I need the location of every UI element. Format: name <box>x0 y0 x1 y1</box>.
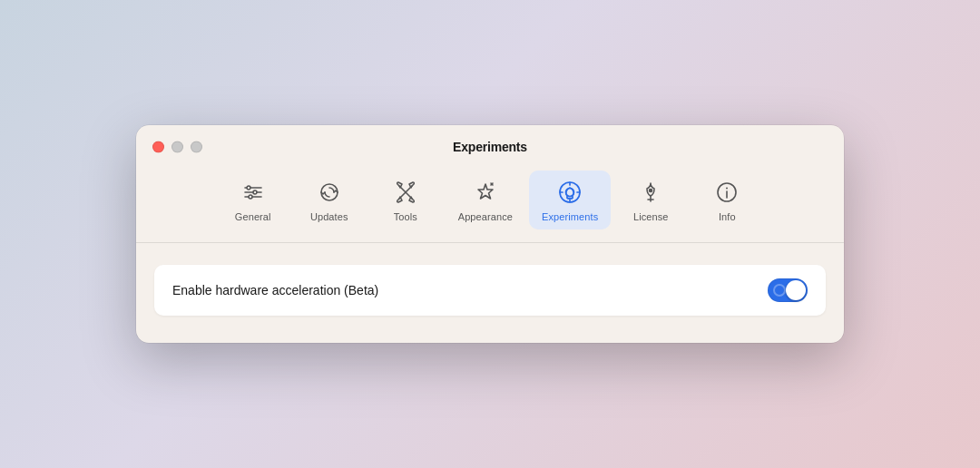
updates-icon <box>315 178 344 207</box>
toolbar: General Updates <box>136 163 844 243</box>
tools-icon <box>391 178 420 207</box>
tab-license-label: License <box>633 211 669 222</box>
general-icon <box>239 178 268 207</box>
app-window: Experiments General <box>136 125 844 343</box>
experiments-icon <box>555 178 584 207</box>
tab-experiments[interactable]: Experiments <box>529 171 611 229</box>
toggle-knob <box>786 280 806 300</box>
tab-license[interactable]: License <box>614 171 687 229</box>
tab-general[interactable]: General <box>217 171 289 229</box>
minimize-button[interactable] <box>172 141 183 153</box>
content-area: Enable hardware acceleration (Beta) <box>136 243 844 343</box>
tab-info[interactable]: Info <box>691 171 763 229</box>
traffic-lights <box>152 141 202 153</box>
tab-appearance[interactable]: Appearance <box>446 171 525 229</box>
titlebar: Experiments <box>136 125 844 163</box>
maximize-button[interactable] <box>191 141 202 153</box>
hardware-acceleration-toggle[interactable] <box>768 278 808 302</box>
tab-info-label: Info <box>719 211 736 222</box>
tab-experiments-label: Experiments <box>542 211 598 222</box>
hardware-acceleration-label: Enable hardware acceleration (Beta) <box>172 283 378 297</box>
hardware-acceleration-row: Enable hardware acceleration (Beta) <box>154 265 826 316</box>
svg-point-5 <box>249 195 252 199</box>
info-icon <box>712 178 741 207</box>
appearance-icon <box>471 178 500 207</box>
tab-general-label: General <box>235 211 271 222</box>
svg-point-6 <box>321 184 338 200</box>
svg-point-4 <box>253 190 257 194</box>
tab-tools-label: Tools <box>394 211 417 222</box>
tab-appearance-label: Appearance <box>458 211 513 222</box>
svg-point-23 <box>726 188 728 190</box>
license-icon <box>636 178 665 207</box>
tab-updates[interactable]: Updates <box>293 171 366 229</box>
tab-updates-label: Updates <box>310 211 348 222</box>
svg-point-3 <box>247 186 250 190</box>
svg-point-20 <box>650 190 652 192</box>
close-button[interactable] <box>152 141 164 153</box>
tab-tools[interactable]: Tools <box>369 171 442 229</box>
window-title: Experiments <box>453 140 527 154</box>
